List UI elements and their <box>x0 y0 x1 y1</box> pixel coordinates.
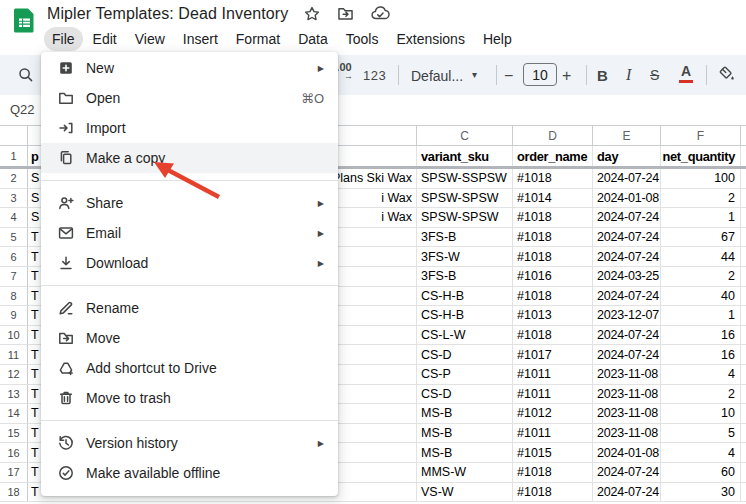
select-all-corner[interactable] <box>0 126 28 145</box>
cell-d13[interactable]: #1011 <box>513 385 593 405</box>
cell-e13[interactable]: 2023-11-08 <box>593 385 661 405</box>
cell-d6[interactable]: #1018 <box>513 247 593 267</box>
cell-g16[interactable] <box>741 443 746 463</box>
row-header-16[interactable]: 16 <box>0 443 28 463</box>
cell-f4[interactable]: 1 <box>661 208 741 228</box>
row-header-6[interactable]: 6 <box>0 247 28 267</box>
cell-c8[interactable]: CS-H-B <box>417 287 513 307</box>
cell-g1[interactable] <box>741 146 746 166</box>
move-to-folder-icon[interactable] <box>336 4 355 23</box>
font-family-select[interactable]: Defaul... <box>411 68 463 84</box>
menubar-format[interactable]: Format <box>228 27 288 51</box>
cell-c9[interactable]: CS-H-B <box>417 306 513 326</box>
cell-e4[interactable]: 2024-07-24 <box>593 208 661 228</box>
menu-item-email[interactable]: Email▶ <box>41 218 338 248</box>
menu-item-import[interactable]: Import <box>41 113 338 143</box>
cell-e8[interactable]: 2024-07-24 <box>593 287 661 307</box>
cell-c11[interactable]: CS-D <box>417 345 513 365</box>
cell-c16[interactable]: MS-B <box>417 443 513 463</box>
cell-e11[interactable]: 2024-07-24 <box>593 345 661 365</box>
cell-e3[interactable]: 2024-01-08 <box>593 189 661 209</box>
menu-item-version-history[interactable]: Version history▶ <box>41 428 338 458</box>
cell-f12[interactable]: 4 <box>661 365 741 385</box>
row-header-3[interactable]: 3 <box>0 189 28 209</box>
cell-c12[interactable]: CS-P <box>417 365 513 385</box>
menubar-view[interactable]: View <box>127 27 173 51</box>
menu-item-download[interactable]: Download▶ <box>41 248 338 278</box>
cell-f9[interactable]: 1 <box>661 306 741 326</box>
cell-e9[interactable]: 2023-12-07 <box>593 306 661 326</box>
text-color-button[interactable]: A <box>679 64 693 83</box>
menubar-edit[interactable]: Edit <box>85 27 125 51</box>
row-header-14[interactable]: 14 <box>0 404 28 424</box>
column-header-c[interactable]: C <box>417 126 513 145</box>
cell-e7[interactable]: 2024-03-25 <box>593 267 661 287</box>
cell-f17[interactable]: 60 <box>661 463 741 483</box>
cell-g15[interactable] <box>741 424 746 444</box>
row-header-15[interactable]: 15 <box>0 424 28 444</box>
cell-c5[interactable]: 3FS-B <box>417 228 513 248</box>
cell-d3[interactable]: #1014 <box>513 189 593 209</box>
cell-g14[interactable] <box>741 404 746 424</box>
cell-f5[interactable]: 67 <box>661 228 741 248</box>
cell-c10[interactable]: CS-L-W <box>417 326 513 346</box>
row-header-12[interactable]: 12 <box>0 365 28 385</box>
cell-g10[interactable] <box>741 326 746 346</box>
cell-f1[interactable]: net_quantity <box>661 146 741 166</box>
cell-d15[interactable]: #1011 <box>513 424 593 444</box>
star-icon[interactable] <box>303 5 321 23</box>
cell-f11[interactable]: 16 <box>661 345 741 365</box>
cell-c7[interactable]: 3FS-B <box>417 267 513 287</box>
cell-f2[interactable]: 100 <box>661 169 741 189</box>
italic-button[interactable]: I <box>626 66 631 84</box>
cell-c3[interactable]: SPSW-SPSW <box>417 189 513 209</box>
column-header-e[interactable]: E <box>593 126 661 145</box>
cell-e18[interactable]: 2024-07-24 <box>593 483 661 503</box>
cell-c1[interactable]: variant_sku <box>417 146 513 166</box>
cell-g8[interactable] <box>741 287 746 307</box>
search-icon[interactable] <box>16 65 36 85</box>
number-format-button[interactable]: 123 <box>363 68 386 83</box>
row-header-18[interactable]: 18 <box>0 483 28 503</box>
decrease-font-size-button[interactable]: − <box>504 67 513 85</box>
cell-c6[interactable]: 3FS-W <box>417 247 513 267</box>
cell-f14[interactable]: 10 <box>661 404 741 424</box>
row-header-13[interactable]: 13 <box>0 385 28 405</box>
cell-f13[interactable]: 2 <box>661 385 741 405</box>
menu-item-open[interactable]: Open⌘O <box>41 83 338 113</box>
menubar-data[interactable]: Data <box>290 27 336 51</box>
cell-c2[interactable]: SPSW-SSPSW <box>417 169 513 189</box>
cell-e16[interactable]: 2024-01-08 <box>593 443 661 463</box>
cell-c18[interactable]: VS-W <box>417 483 513 503</box>
cell-g3[interactable] <box>741 189 746 209</box>
cell-d1[interactable]: order_name <box>513 146 593 166</box>
row-header-11[interactable]: 11 <box>0 345 28 365</box>
column-header-f[interactable]: F <box>661 126 741 145</box>
row-header-10[interactable]: 10 <box>0 326 28 346</box>
cell-e17[interactable]: 2024-07-24 <box>593 463 661 483</box>
row-header-17[interactable]: 17 <box>0 463 28 483</box>
row-header-9[interactable]: 9 <box>0 306 28 326</box>
cell-f15[interactable]: 5 <box>661 424 741 444</box>
row-header-2[interactable]: 2 <box>0 169 28 189</box>
strikethrough-button[interactable]: S <box>650 67 659 83</box>
cell-f18[interactable]: 30 <box>661 483 741 503</box>
menu-item-new[interactable]: New▶ <box>41 53 338 83</box>
menu-item-make-a-copy[interactable]: Make a copy <box>41 143 338 173</box>
cell-f6[interactable]: 44 <box>661 247 741 267</box>
cell-d11[interactable]: #1017 <box>513 345 593 365</box>
cell-f7[interactable]: 2 <box>661 267 741 287</box>
cell-d9[interactable]: #1013 <box>513 306 593 326</box>
menu-item-move[interactable]: Move <box>41 323 338 353</box>
menubar-file[interactable]: File <box>44 27 83 51</box>
cell-d5[interactable]: #1018 <box>513 228 593 248</box>
font-size-input[interactable]: 10 <box>523 63 557 86</box>
menubar-help[interactable]: Help <box>475 27 520 51</box>
menu-item-move-to-trash[interactable]: Move to trash <box>41 383 338 413</box>
cell-g11[interactable] <box>741 345 746 365</box>
menu-item-rename[interactable]: Rename <box>41 293 338 323</box>
cell-g17[interactable] <box>741 463 746 483</box>
menu-item-share[interactable]: Share▶ <box>41 188 338 218</box>
row-header-5[interactable]: 5 <box>0 228 28 248</box>
cell-d18[interactable]: #1018 <box>513 483 593 503</box>
